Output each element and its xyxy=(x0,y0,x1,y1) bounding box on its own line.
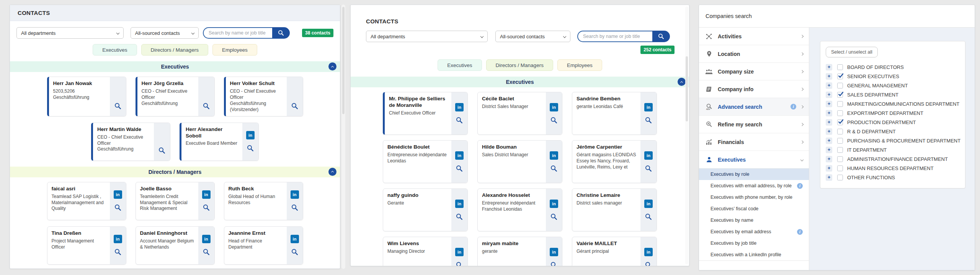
expand-role-button[interactable]: + xyxy=(826,92,832,98)
expand-role-button[interactable]: + xyxy=(826,64,832,70)
sidebar-item-company-info[interactable]: Company info xyxy=(699,80,809,98)
linkedin-icon[interactable]: in xyxy=(455,151,464,160)
linkedin-icon[interactable]: in xyxy=(114,235,122,243)
tab-employees[interactable]: Employees xyxy=(557,59,602,71)
middle-panel-scrollbar[interactable] xyxy=(685,7,688,264)
linkedin-icon[interactable]: in xyxy=(114,190,122,199)
view-contact-icon[interactable] xyxy=(645,165,652,172)
view-contact-icon[interactable] xyxy=(550,213,558,221)
role-checkbox[interactable] xyxy=(837,165,843,171)
role-checkbox[interactable] xyxy=(837,147,843,153)
sidebar-item-financials[interactable]: Financials xyxy=(699,133,809,151)
linkedin-icon[interactable]: in xyxy=(291,190,299,199)
linkedin-icon[interactable]: in xyxy=(455,248,464,256)
linkedin-icon[interactable]: in xyxy=(455,200,464,208)
view-contact-icon[interactable] xyxy=(158,147,166,154)
department-select[interactable]: All departments xyxy=(366,31,488,42)
source-select[interactable]: All-sourced contacts xyxy=(131,27,199,39)
submenu-item-executives-with-phone-number-by-role[interactable]: Executives with phone number, by role xyxy=(699,192,809,203)
submenu-item-executives-by-email-address[interactable]: Executives by email addressi xyxy=(699,226,809,237)
view-contact-icon[interactable] xyxy=(114,248,122,256)
collapse-section-button[interactable] xyxy=(328,62,336,70)
view-contact-icon[interactable] xyxy=(550,116,558,124)
linkedin-icon[interactable]: in xyxy=(550,248,558,256)
submenu-item-executives-with-a-linkedin-profile[interactable]: Executives with a LinkedIn profile xyxy=(699,249,809,260)
expand-role-button[interactable]: + xyxy=(826,165,832,172)
linkedin-icon[interactable]: in xyxy=(644,151,653,160)
sidebar-item-activities[interactable]: Activities xyxy=(699,28,809,45)
sidebar-item-refine-my-search[interactable]: Refine my search xyxy=(699,116,809,133)
view-contact-icon[interactable] xyxy=(456,213,463,221)
role-checkbox[interactable] xyxy=(837,110,843,116)
search-button[interactable] xyxy=(272,27,290,39)
collapse-section-button[interactable] xyxy=(328,168,336,176)
expand-role-button[interactable]: + xyxy=(826,156,832,162)
view-contact-icon[interactable] xyxy=(203,102,210,110)
view-contact-icon[interactable] xyxy=(114,204,122,211)
collapse-section-button[interactable] xyxy=(678,78,686,86)
expand-role-button[interactable]: + xyxy=(826,110,832,116)
view-contact-icon[interactable] xyxy=(456,261,463,267)
linkedin-icon[interactable]: in xyxy=(550,151,558,160)
sidebar-item-executives[interactable]: Executives xyxy=(699,151,809,169)
role-checkbox[interactable] xyxy=(837,175,843,180)
expand-role-button[interactable]: + xyxy=(826,128,832,135)
expand-role-button[interactable]: + xyxy=(826,119,832,126)
submenu-item-executives-by-role[interactable]: Executives by role xyxy=(699,169,809,180)
view-contact-icon[interactable] xyxy=(550,165,558,172)
view-contact-icon[interactable] xyxy=(456,116,463,124)
sidebar-item-advanced-search[interactable]: ADVAdvanced searchi xyxy=(699,98,809,116)
source-select[interactable]: All-sourced contacts xyxy=(495,31,570,42)
expand-role-button[interactable]: + xyxy=(826,82,832,89)
submenu-item-executives-by-name[interactable]: Executives by name xyxy=(699,214,809,226)
view-contact-icon[interactable] xyxy=(645,261,652,267)
view-contact-icon[interactable] xyxy=(291,102,299,110)
role-checkbox[interactable] xyxy=(837,156,843,162)
info-icon[interactable]: i xyxy=(797,183,803,189)
role-checkbox[interactable] xyxy=(837,101,843,107)
sidebar-item-location[interactable]: Location xyxy=(699,45,809,63)
scrollbar-thumb[interactable] xyxy=(686,56,688,121)
linkedin-icon[interactable]: in xyxy=(202,190,211,199)
linkedin-icon[interactable]: in xyxy=(644,248,653,256)
role-checkbox[interactable] xyxy=(837,92,843,98)
role-checkbox[interactable] xyxy=(837,138,843,144)
linkedin-icon[interactable]: in xyxy=(644,103,653,111)
search-input[interactable] xyxy=(203,27,272,39)
view-contact-icon[interactable] xyxy=(645,116,652,124)
view-contact-icon[interactable] xyxy=(247,144,254,152)
role-checkbox[interactable] xyxy=(837,119,843,125)
expand-role-button[interactable]: + xyxy=(826,138,832,144)
linkedin-icon[interactable]: in xyxy=(550,200,558,208)
tab-directors-managers[interactable]: Directors / Managers xyxy=(486,59,553,71)
submenu-item-executives-by-job-title[interactable]: Executives by job title xyxy=(699,237,809,249)
view-contact-icon[interactable] xyxy=(291,248,299,256)
tab-executives[interactable]: Executives xyxy=(93,44,137,56)
linkedin-icon[interactable]: in xyxy=(202,235,211,243)
expand-role-button[interactable]: + xyxy=(826,101,832,107)
linkedin-icon[interactable]: in xyxy=(246,131,255,139)
expand-role-button[interactable]: + xyxy=(826,73,832,80)
view-contact-icon[interactable] xyxy=(203,204,210,211)
view-contact-icon[interactable] xyxy=(114,102,122,110)
expand-role-button[interactable]: + xyxy=(826,174,832,181)
tab-directors-managers[interactable]: Directors / Managers xyxy=(141,44,208,56)
tab-employees[interactable]: Employees xyxy=(212,44,257,56)
linkedin-icon[interactable]: in xyxy=(291,235,299,243)
sidebar-item-company-size[interactable]: Company size xyxy=(699,63,809,80)
info-icon[interactable]: i xyxy=(797,229,803,235)
select-unselect-all-button[interactable]: Select / unselect all xyxy=(826,47,878,57)
role-checkbox[interactable] xyxy=(837,64,843,70)
scrollbar-thumb[interactable] xyxy=(342,7,345,114)
view-contact-icon[interactable] xyxy=(645,213,652,221)
search-input[interactable] xyxy=(577,31,652,42)
linkedin-icon[interactable]: in xyxy=(550,103,558,111)
linkedin-icon[interactable]: in xyxy=(644,200,653,208)
expand-role-button[interactable]: + xyxy=(826,147,832,153)
role-checkbox[interactable] xyxy=(837,129,843,134)
view-contact-icon[interactable] xyxy=(291,204,299,211)
tab-executives[interactable]: Executives xyxy=(438,59,482,71)
info-icon[interactable]: i xyxy=(791,104,796,110)
left-panel-scrollbar[interactable] xyxy=(341,5,345,269)
view-contact-icon[interactable] xyxy=(203,248,210,256)
